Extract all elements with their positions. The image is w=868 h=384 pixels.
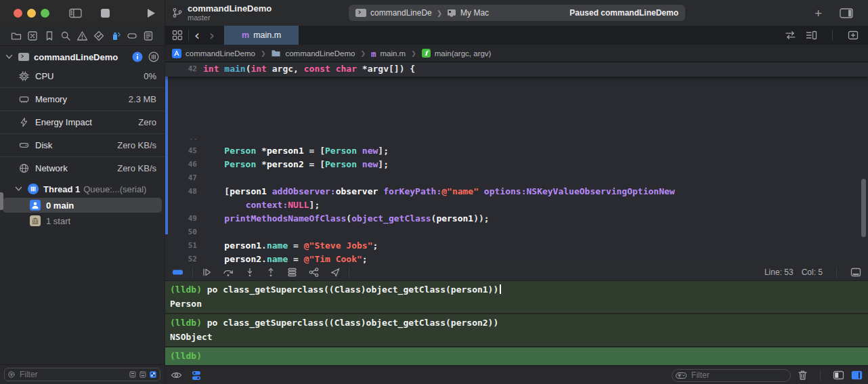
- debug-navigator-icon[interactable]: [110, 30, 121, 41]
- line-number[interactable]: 50: [165, 226, 203, 239]
- console-command: (lldb) po class_getSuperclass((Class)obj…: [165, 282, 868, 297]
- add-editor-icon[interactable]: [848, 30, 859, 40]
- code-line-50[interactable]: 50: [165, 226, 868, 239]
- tests-navigator-icon[interactable]: [93, 30, 104, 41]
- stop-button[interactable]: [101, 9, 110, 18]
- breadcrumb-1[interactable]: commandLineDemo: [271, 49, 355, 58]
- line-number[interactable]: 44: [165, 139, 203, 144]
- code-line-51[interactable]: 51 person1.name = @"Steve Jobs";: [165, 239, 868, 253]
- console-block-0[interactable]: (lldb) po class_getSuperclass((Class)obj…: [165, 281, 868, 313]
- navigator-filter-input[interactable]: [18, 369, 126, 380]
- thread-row[interactable]: Thread 1 Queue:...(serial): [0, 181, 165, 197]
- stack-frame-1-start[interactable]: 1 start: [3, 213, 162, 228]
- go-back-button[interactable]: ‹: [194, 28, 200, 42]
- breakpoints-navigator-icon[interactable]: [127, 30, 137, 41]
- gauge-row-memory[interactable]: Memory2.3 MB: [0, 87, 165, 110]
- editor-tab-bar: ‹ › m main.m: [165, 26, 868, 45]
- breadcrumb-2[interactable]: mmain.m: [371, 47, 406, 60]
- bookmarks-navigator-icon[interactable]: [44, 30, 55, 41]
- editor-options-icon[interactable]: [806, 30, 817, 40]
- flatten-toggle-icon[interactable]: [129, 370, 136, 379]
- toggle-sidebar-icon[interactable]: [69, 8, 82, 18]
- go-forward-button[interactable]: ›: [209, 28, 215, 42]
- code-review-icon[interactable]: [785, 30, 796, 40]
- navigator-filter-field[interactable]: [4, 368, 160, 381]
- project-header[interactable]: commandLineDemo master: [172, 4, 272, 22]
- breadcrumb-3[interactable]: fmain(argc, argv): [422, 49, 492, 58]
- breadcrumb-0[interactable]: commandLineDemo: [172, 49, 255, 58]
- line-number[interactable]: 45: [165, 144, 203, 158]
- console-output: Person: [165, 297, 868, 311]
- gauge-row-network[interactable]: NetworkZero KB/s: [0, 156, 165, 179]
- line-number[interactable]: [165, 198, 203, 212]
- tab-label: main.m: [253, 30, 281, 40]
- line-number[interactable]: 51: [165, 239, 203, 253]
- close-window-button[interactable]: [14, 9, 22, 18]
- breakpoints-toggle-icon[interactable]: [172, 267, 183, 278]
- lldb-console[interactable]: (lldb) po class_getSuperclass((Class)obj…: [165, 281, 868, 366]
- gauges-toggle-icon[interactable]: [148, 51, 159, 62]
- code-scroll-area[interactable]: 44 45 Person *person1 = [Person new];46 …: [165, 139, 868, 264]
- gauge-row-cpu[interactable]: CPU0%: [0, 65, 165, 87]
- source-editor[interactable]: 42int main(int argc, const char *argv[])…: [165, 62, 868, 264]
- code-line-49[interactable]: 49 printMethodsNameOfClass(object_getCla…: [165, 212, 868, 226]
- code-line-48[interactable]: 48 [person1 addObserver:observer forKeyP…: [165, 185, 868, 198]
- gauge-row-energy-impact[interactable]: Energy ImpactZero: [0, 110, 165, 133]
- console-block-2[interactable]: (lldb): [165, 347, 868, 365]
- stack-frames-toggle-icon[interactable]: [139, 370, 146, 379]
- project-navigator-icon[interactable]: [11, 30, 22, 41]
- line-number[interactable]: 47: [165, 171, 203, 185]
- show-variables-pane-icon[interactable]: [833, 370, 844, 380]
- process-header[interactable]: commandLineDemo: [0, 46, 165, 65]
- step-out-icon[interactable]: [266, 268, 276, 277]
- console-filter-field[interactable]: [672, 369, 791, 382]
- line-number[interactable]: 46: [165, 158, 203, 171]
- run-button[interactable]: [147, 8, 156, 18]
- code-line-47[interactable]: 47: [165, 171, 868, 185]
- debug-area-bar: [165, 366, 868, 384]
- search-navigator-icon[interactable]: [60, 30, 71, 41]
- memory-graph-icon[interactable]: [309, 268, 319, 277]
- step-into-icon[interactable]: [245, 268, 255, 277]
- simulate-location-icon[interactable]: [330, 268, 340, 277]
- line-number[interactable]: 49: [165, 212, 203, 226]
- gauge-row-disk[interactable]: DiskZero KB/s: [0, 133, 165, 156]
- breadcrumb-label: main(argc, argv): [435, 49, 492, 58]
- code-line-44[interactable]: 44: [165, 139, 868, 144]
- source-control-navigator-icon[interactable]: [27, 30, 38, 41]
- editor-scrollbar[interactable]: [861, 179, 866, 237]
- tab-main-m[interactable]: m main.m: [224, 26, 299, 45]
- continue-execution-icon[interactable]: [202, 268, 211, 277]
- show-console-pane-icon[interactable]: [851, 370, 863, 380]
- console-toggle-icon[interactable]: [192, 370, 201, 381]
- related-items-icon[interactable]: [172, 30, 183, 41]
- code-line-wrap[interactable]: context:NULL];: [165, 198, 868, 212]
- console-filter-input[interactable]: [690, 370, 787, 381]
- line-number[interactable]: 42: [165, 62, 203, 76]
- interesting-frames-toggle-icon[interactable]: [150, 370, 156, 379]
- code-line-45[interactable]: 45 Person *person1 = [Person new];: [165, 144, 868, 158]
- variables-view-icon[interactable]: [171, 371, 182, 379]
- code-line-46[interactable]: 46 Person *person2 = [Person new];: [165, 158, 868, 171]
- issues-navigator-icon[interactable]: [77, 30, 88, 41]
- console-block-1[interactable]: (lldb) po class_getSuperclass((Class)obj…: [165, 314, 868, 346]
- hide-debug-area-icon[interactable]: [850, 268, 861, 277]
- library-add-button[interactable]: +: [815, 7, 822, 20]
- window-edge-handle[interactable]: [0, 192, 3, 210]
- reports-navigator-icon[interactable]: [143, 30, 154, 41]
- filter-icon: [8, 370, 15, 379]
- clear-console-icon[interactable]: [798, 370, 808, 381]
- minimize-window-button[interactable]: [27, 9, 36, 18]
- inspector-toggle-icon[interactable]: [840, 8, 853, 18]
- zoom-window-button[interactable]: [41, 9, 49, 18]
- scheme-selector[interactable]: commandLineDe ❯ My Mac Paused commandLin…: [349, 5, 685, 21]
- stack-frame-0-main[interactable]: 0 main: [3, 198, 162, 213]
- view-hierarchy-icon[interactable]: [287, 268, 297, 277]
- code-line-52[interactable]: 52 person2.name = @"Tim Cook";: [165, 253, 868, 264]
- code-line-42[interactable]: 42int main(int argc, const char *argv[])…: [165, 62, 868, 76]
- step-over-icon[interactable]: [223, 268, 234, 277]
- line-number[interactable]: 48: [165, 185, 203, 198]
- info-icon[interactable]: [132, 51, 143, 62]
- line-number[interactable]: 52: [165, 253, 203, 264]
- disclosure-chevron-icon: [15, 186, 22, 192]
